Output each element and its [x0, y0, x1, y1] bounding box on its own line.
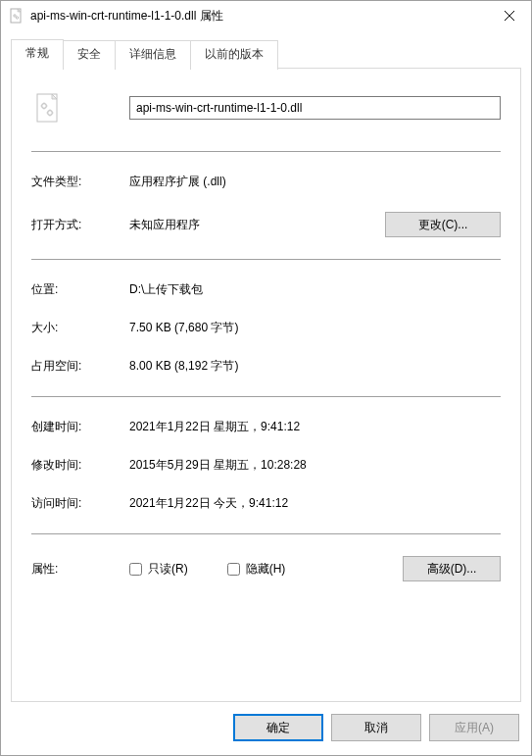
filename-input[interactable]	[129, 96, 501, 120]
label-filetype: 文件类型:	[31, 174, 129, 190]
readonly-checkbox-wrap[interactable]: 只读(R)	[129, 561, 188, 578]
tab-general[interactable]: 常规	[11, 39, 64, 69]
tab-details[interactable]: 详细信息	[115, 40, 191, 70]
apply-button[interactable]: 应用(A)	[429, 714, 519, 741]
value-location: D:\上传下载包	[129, 281, 501, 298]
dialog-footer: 确定 取消 应用(A)	[1, 702, 531, 755]
tab-strip: 常规 安全 详细信息 以前的版本	[11, 38, 521, 68]
value-openwith: 未知应用程序	[129, 217, 375, 233]
value-modified: 2015年5月29日 星期五，10:28:28	[129, 457, 501, 474]
close-button[interactable]	[487, 1, 531, 30]
label-size: 大小:	[31, 320, 129, 336]
label-modified: 修改时间:	[31, 457, 129, 474]
value-accessed: 2021年1月22日 今天，9:41:12	[129, 495, 501, 512]
separator	[31, 396, 501, 397]
ok-button[interactable]: 确定	[233, 714, 323, 741]
tab-security[interactable]: 安全	[63, 40, 116, 70]
readonly-label: 只读(R)	[148, 561, 188, 578]
value-filetype: 应用程序扩展 (.dll)	[129, 174, 501, 190]
label-accessed: 访问时间:	[31, 495, 129, 512]
advanced-button[interactable]: 高级(D)...	[403, 556, 501, 581]
tabs-container: 常规 安全 详细信息 以前的版本	[1, 30, 531, 702]
label-sizeondisk: 占用空间:	[31, 358, 129, 375]
change-button[interactable]: 更改(C)...	[385, 212, 501, 237]
window-title: api-ms-win-crt-runtime-l1-1-0.dll 属性	[30, 8, 487, 25]
readonly-checkbox[interactable]	[129, 563, 142, 576]
value-size: 7.50 KB (7,680 字节)	[129, 320, 501, 336]
separator	[31, 533, 501, 534]
file-icon	[9, 8, 24, 24]
hidden-checkbox-wrap[interactable]: 隐藏(H)	[227, 561, 286, 578]
label-attributes: 属性:	[31, 561, 129, 578]
value-created: 2021年1月22日 星期五，9:41:12	[129, 419, 501, 435]
hidden-label: 隐藏(H)	[246, 561, 286, 578]
general-panel: 文件类型: 应用程序扩展 (.dll) 打开方式: 未知应用程序 更改(C)..…	[11, 68, 521, 702]
titlebar: api-ms-win-crt-runtime-l1-1-0.dll 属性	[1, 1, 531, 30]
label-location: 位置:	[31, 281, 129, 298]
filetype-icon	[31, 90, 129, 126]
separator	[31, 259, 501, 260]
tab-previous-versions[interactable]: 以前的版本	[190, 40, 278, 70]
properties-dialog: api-ms-win-crt-runtime-l1-1-0.dll 属性 常规 …	[0, 0, 532, 756]
hidden-checkbox[interactable]	[227, 563, 240, 576]
cancel-button[interactable]: 取消	[331, 714, 421, 741]
label-openwith: 打开方式:	[31, 217, 129, 233]
separator	[31, 151, 501, 152]
label-created: 创建时间:	[31, 419, 129, 435]
value-sizeondisk: 8.00 KB (8,192 字节)	[129, 358, 501, 375]
